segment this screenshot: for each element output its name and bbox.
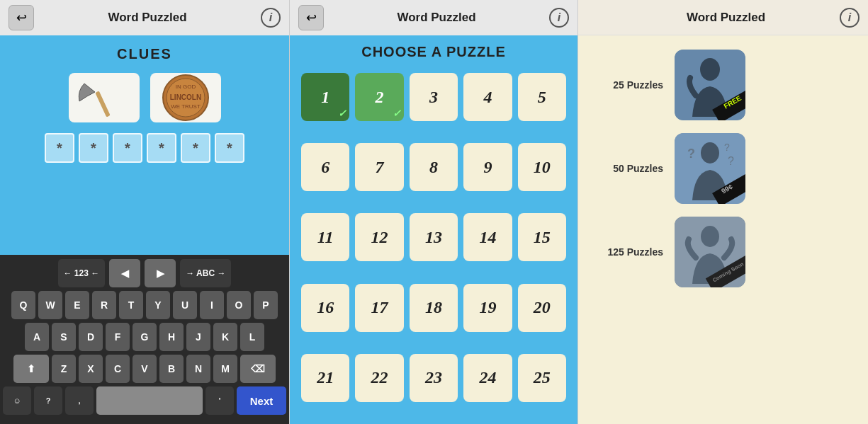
kb-e[interactable]: E: [65, 291, 89, 319]
puzzle-cell-12[interactable]: 12: [355, 213, 403, 261]
kb-g[interactable]: G: [133, 323, 157, 351]
kb-v[interactable]: V: [133, 355, 157, 383]
panel3-header: Word Puzzled i: [578, 0, 868, 35]
pack-125-label: 125 Puzzles: [599, 246, 663, 258]
panel3-title: Word Puzzled: [687, 11, 765, 25]
next-button[interactable]: Next: [237, 386, 286, 415]
pack-25-image[interactable]: FREE: [675, 50, 745, 120]
puzzle-cell-10[interactable]: 10: [518, 143, 566, 191]
puzzle-cell-1[interactable]: 1 ✓: [301, 73, 349, 121]
pack-125-image[interactable]: Coming Soon: [675, 217, 745, 287]
kb-emoji[interactable]: ☺: [3, 386, 31, 415]
svg-text:?: ?: [687, 147, 695, 161]
pack-25: 25 Puzzles FREE: [599, 50, 847, 120]
kb-y[interactable]: Y: [146, 291, 170, 319]
kb-o[interactable]: O: [227, 291, 251, 319]
kb-x[interactable]: X: [79, 355, 103, 383]
kb-t[interactable]: T: [119, 291, 143, 319]
puzzle-cell-17[interactable]: 17: [355, 284, 403, 332]
pack-125: 125 Puzzles Coming Soon: [599, 217, 847, 287]
kb-u[interactable]: U: [173, 291, 197, 319]
puzzle-cell-8[interactable]: 8: [410, 143, 458, 191]
kb-space[interactable]: [96, 386, 203, 415]
info-icon: i: [269, 11, 272, 24]
clues-images: LINCOLN IN GOD WE TRUST: [69, 73, 221, 122]
kb-m[interactable]: M: [213, 355, 237, 383]
kb-f[interactable]: F: [106, 323, 130, 351]
puzzle-cell-24[interactable]: 24: [463, 354, 512, 402]
kb-s[interactable]: S: [52, 323, 76, 351]
kb-k[interactable]: K: [213, 323, 237, 351]
answer-box-2: *: [79, 133, 108, 163]
clue-image-1: [69, 73, 140, 122]
puzzle-cell-3[interactable]: 3: [410, 73, 458, 121]
panel3-info-button[interactable]: i: [840, 8, 859, 28]
panel2-info-button[interactable]: i: [549, 8, 569, 28]
kb-c[interactable]: C: [106, 355, 130, 383]
puzzle-cell-7[interactable]: 7: [355, 143, 403, 191]
kb-abc-right[interactable]: → ABC →: [180, 259, 231, 287]
kb-backspace[interactable]: ⌫: [240, 355, 276, 383]
puzzle-cell-21[interactable]: 21: [301, 354, 349, 402]
kb-shift[interactable]: ⬆: [13, 355, 49, 383]
panel3-content: 25 Puzzles FREE 50 Puzzles: [578, 35, 868, 424]
kb-apostrophe[interactable]: ': [205, 386, 234, 415]
puzzle-cell-20[interactable]: 20: [518, 284, 566, 332]
kb-row-3: ⬆ Z X C V B N M ⌫: [3, 355, 286, 383]
puzzle-cell-23[interactable]: 23: [410, 354, 458, 402]
answer-box-4: *: [147, 133, 176, 163]
kb-i[interactable]: I: [200, 291, 224, 319]
puzzle-cell-5[interactable]: 5: [518, 73, 566, 121]
puzzle-cell-22[interactable]: 22: [355, 354, 403, 402]
kb-z[interactable]: Z: [52, 355, 76, 383]
puzzle-number-2: 2: [376, 88, 384, 107]
panel2-info-icon: i: [558, 11, 560, 24]
puzzle-cell-16[interactable]: 16: [301, 284, 349, 332]
kb-w[interactable]: W: [38, 291, 62, 319]
kb-j[interactable]: J: [186, 323, 210, 351]
kb-d[interactable]: D: [79, 323, 103, 351]
kb-l[interactable]: L: [240, 323, 264, 351]
kb-123-left[interactable]: ← 123 ←: [58, 259, 106, 287]
panel2-back-button[interactable]: ↩: [298, 5, 324, 30]
puzzle-cell-25[interactable]: 25: [518, 354, 566, 402]
kb-row-1: Q W E R T Y U I O P: [3, 291, 286, 319]
puzzle-cell-9[interactable]: 9: [463, 143, 512, 191]
kb-q[interactable]: Q: [11, 291, 35, 319]
panel1-header: ↩ Word Puzzled i: [0, 0, 289, 35]
svg-text:WE TRUST: WE TRUST: [171, 103, 201, 110]
kb-question[interactable]: ?: [34, 386, 62, 415]
info-button[interactable]: i: [261, 8, 281, 28]
kb-h[interactable]: H: [159, 323, 184, 351]
puzzle-number-1: 1: [321, 88, 329, 107]
puzzle-cell-14[interactable]: 14: [463, 213, 512, 261]
kb-nav-row: ← 123 ← ◀ ▶ → ABC →: [3, 259, 286, 287]
kb-row-bottom: ☺ ? , ' Next: [3, 386, 286, 415]
kb-r[interactable]: R: [92, 291, 116, 319]
svg-point-11: [701, 142, 719, 164]
puzzle-cell-18[interactable]: 18: [410, 284, 458, 332]
puzzle-cell-13[interactable]: 13: [410, 213, 458, 261]
puzzle-cell-4[interactable]: 4: [463, 73, 512, 121]
kb-n[interactable]: N: [186, 355, 210, 383]
kb-arrow-right[interactable]: ▶: [145, 259, 176, 287]
kb-p[interactable]: P: [254, 291, 278, 319]
puzzle-cell-11[interactable]: 11: [301, 213, 349, 261]
answer-box-6: *: [215, 133, 244, 163]
back-button[interactable]: ↩: [9, 5, 34, 30]
pack-50-label: 50 Puzzles: [599, 163, 663, 174]
kb-arrow-left[interactable]: ◀: [109, 259, 140, 287]
kb-comma[interactable]: ,: [65, 386, 94, 415]
puzzle-cell-19[interactable]: 19: [463, 284, 512, 332]
kb-a[interactable]: A: [25, 323, 49, 351]
puzzle-cell-2[interactable]: 2 ✓: [355, 73, 403, 121]
keyboard: ← 123 ← ◀ ▶ → ABC → Q W E R T Y U I O P …: [0, 255, 289, 424]
pack-50-image[interactable]: ? ? ? 99¢: [675, 133, 745, 204]
kb-b[interactable]: B: [159, 355, 184, 383]
svg-point-7: [700, 58, 720, 81]
svg-text:?: ?: [728, 155, 734, 167]
puzzle-cell-6[interactable]: 6: [301, 143, 349, 191]
panel2-header: ↩ Word Puzzled i: [290, 0, 577, 35]
checkmark-1: ✓: [338, 108, 346, 120]
puzzle-cell-15[interactable]: 15: [518, 213, 566, 261]
